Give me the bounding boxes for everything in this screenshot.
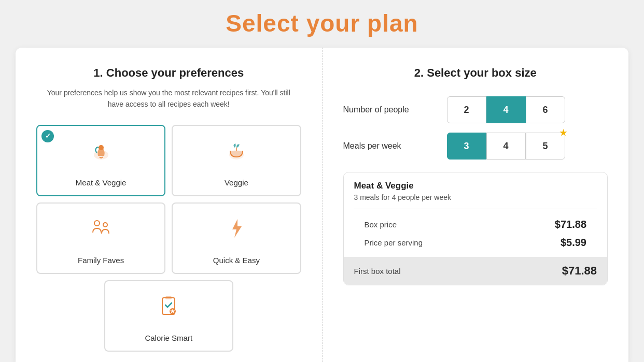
people-option-6[interactable]: 6 (526, 96, 565, 123)
first-box-total-label: First box total (354, 267, 401, 276)
meals-per-week-label: Meals per week (343, 141, 447, 151)
svg-rect-7 (165, 296, 172, 299)
pref-label-family-faves: Family Faves (78, 256, 124, 265)
pref-card-calorie-smart[interactable]: Calorie Smart (104, 280, 233, 352)
page-header: Select your plan (0, 0, 644, 48)
page-title: Select your plan (0, 9, 644, 37)
meals-option-3[interactable]: 3 (447, 133, 486, 160)
pref-card-meat-veggie[interactable]: ✓ Meat & Veggie (36, 125, 165, 196)
preferences-section-title: 1. Choose your preferences (36, 66, 301, 80)
preference-grid: ✓ Meat & Veggie (36, 125, 301, 274)
number-of-people-row: Number of people 2 4 6 (343, 96, 608, 123)
calorie-smart-icon (155, 293, 182, 328)
pricing-card: Meat & Veggie 3 meals for 4 people per w… (343, 172, 608, 285)
pref-label-calorie-smart: Calorie Smart (145, 334, 192, 342)
pricing-description: 3 meals for 4 people per week (354, 193, 597, 201)
quick-easy-icon (223, 215, 250, 251)
family-faves-icon (88, 215, 115, 251)
left-panel: 1. Choose your preferences Your preferen… (16, 48, 323, 362)
right-panel: 2. Select your box size Number of people… (323, 48, 629, 362)
pref-card-quick-easy[interactable]: Quick & Easy (172, 202, 301, 274)
number-of-people-group: 2 4 6 (447, 96, 565, 123)
price-per-serving-value: $5.99 (561, 237, 586, 249)
main-card: 1. Choose your preferences Your preferen… (16, 48, 628, 362)
first-box-total-row: First box total $71.88 (344, 257, 608, 285)
meat-veggie-icon (88, 137, 115, 173)
calorie-row: Calorie Smart (36, 280, 301, 352)
veggie-icon (223, 137, 250, 173)
box-price-value: $71.88 (555, 219, 586, 230)
pref-label-quick-easy: Quick & Easy (213, 256, 260, 265)
preferences-subtitle: Your preferences help us show you the mo… (36, 87, 301, 110)
price-per-serving-label: Price per serving (365, 238, 423, 247)
pref-card-veggie[interactable]: Veggie (172, 125, 301, 196)
svg-point-1 (99, 145, 104, 150)
check-badge: ✓ (41, 130, 54, 142)
svg-point-5 (103, 223, 107, 227)
star-badge: ★ (559, 128, 567, 138)
people-option-2[interactable]: 2 (447, 96, 486, 123)
pricing-plan-name: Meat & Veggie (354, 181, 597, 191)
first-box-total-value: $71.88 (562, 264, 597, 278)
pref-label-veggie: Veggie (225, 178, 248, 187)
pref-card-family-faves[interactable]: Family Faves (36, 202, 165, 274)
people-option-4[interactable]: 4 (486, 96, 526, 123)
box-price-row: Box price $71.88 (354, 215, 597, 234)
meals-option-5[interactable]: ★ 5 (526, 133, 565, 160)
meals-per-week-group: 3 4 ★ 5 (447, 133, 565, 160)
pricing-header: Meat & Veggie 3 meals for 4 people per w… (344, 172, 608, 257)
box-price-label: Box price (365, 220, 397, 229)
meals-per-week-row: Meals per week 3 4 ★ 5 (343, 133, 608, 160)
pref-label-meat-veggie: Meat & Veggie (76, 178, 127, 187)
price-per-serving-row: Price per serving $5.99 (354, 234, 597, 252)
meals-option-4[interactable]: 4 (486, 133, 526, 160)
number-of-people-label: Number of people (343, 105, 447, 114)
svg-point-4 (94, 221, 100, 226)
box-size-section-title: 2. Select your box size (343, 66, 608, 80)
pricing-divider (354, 209, 597, 209)
